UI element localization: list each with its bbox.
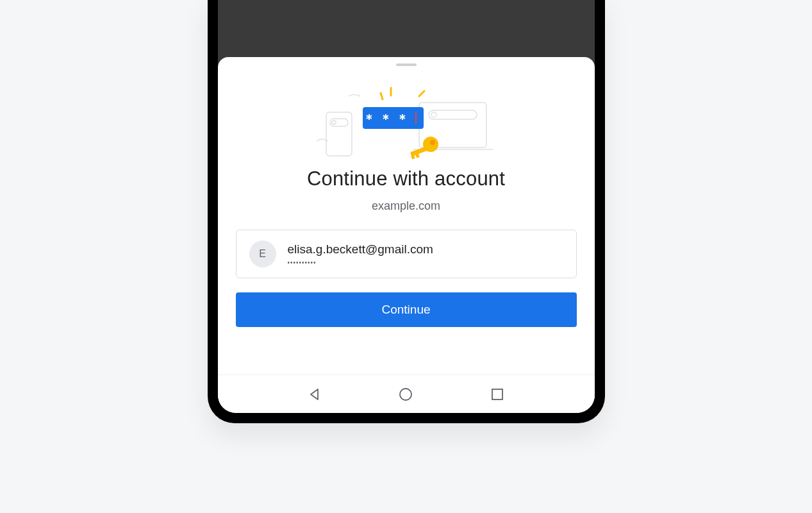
recents-icon[interactable] [490, 387, 505, 402]
svg-point-14 [430, 140, 435, 145]
svg-rect-19 [492, 389, 502, 399]
svg-point-3 [431, 112, 436, 117]
drag-handle[interactable] [396, 63, 417, 66]
svg-point-18 [400, 389, 411, 400]
svg-text:＊ ＊ ＊: ＊ ＊ ＊ [363, 112, 408, 126]
phone-frame: ＊ ＊ ＊ Continue with account example.com [208, 0, 605, 423]
app-backdrop [218, 0, 595, 57]
account-email: elisa.g.beckett@gmail.com [288, 242, 433, 256]
avatar: E [249, 240, 276, 267]
account-option[interactable]: E elisa.g.beckett@gmail.com •••••••••• [236, 230, 577, 278]
system-navigation-bar [218, 374, 595, 413]
password-manager-illustration: ＊ ＊ ＊ [218, 80, 595, 164]
sheet-domain: example.com [218, 199, 595, 213]
phone-screen: ＊ ＊ ＊ Continue with account example.com [218, 0, 595, 413]
account-info: elisa.g.beckett@gmail.com •••••••••• [288, 242, 433, 266]
svg-rect-5 [330, 119, 348, 126]
account-password-mask: •••••••••• [288, 259, 433, 266]
svg-point-6 [332, 121, 336, 124]
home-icon[interactable] [398, 387, 413, 402]
avatar-initial: E [259, 248, 266, 260]
continue-button[interactable]: Continue [236, 292, 577, 327]
svg-line-7 [381, 93, 383, 99]
svg-line-9 [419, 91, 424, 96]
sheet-title: Continue with account [218, 167, 595, 190]
bottom-sheet: ＊ ＊ ＊ Continue with account example.com [218, 57, 595, 413]
back-icon[interactable] [307, 387, 322, 402]
